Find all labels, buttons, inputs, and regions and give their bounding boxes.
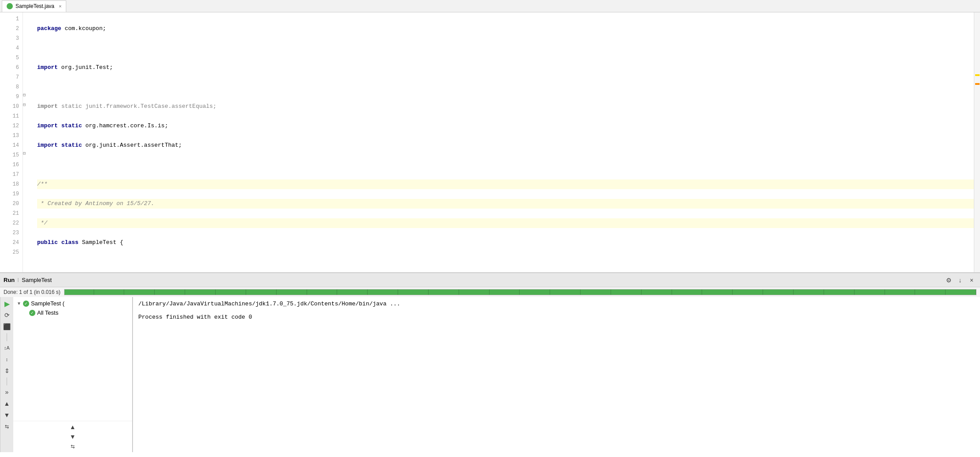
gutter-collapse-16[interactable]: ⊟: [23, 151, 26, 156]
progress-seg-27: [855, 289, 885, 295]
progress-seg-3: [125, 289, 155, 295]
progress-seg-9: [308, 289, 338, 295]
gutter-collapse-9[interactable]: ⊟: [23, 92, 26, 98]
ln-17: 17: [2, 170, 19, 179]
progress-row: Done: 1 of 1 (in 0.016 s): [0, 287, 980, 297]
output-line-2: [138, 307, 975, 314]
output-line-3: Process finished with exit code 0: [138, 314, 975, 320]
tree-navigate[interactable]: ⇆: [68, 442, 78, 451]
progress-seg-14: [460, 289, 490, 295]
tab-sampletest[interactable]: SampleTest.java ×: [2, 0, 66, 12]
navigate-button[interactable]: ⇆: [2, 422, 12, 431]
tree-item-sampletest[interactable]: ▼ ✓ SampleTest (: [13, 299, 132, 308]
progress-seg-1: [65, 289, 94, 295]
code-line-7: import static org.junit.Assert.assertTha…: [37, 141, 974, 150]
progress-seg-17: [551, 289, 581, 295]
left-panel-wrapper: ▶ ⟳ ⬛ ↕A ↕ ⇕ » ▲ ▼ ⇆ ▼ ✓ SampleT: [0, 297, 133, 452]
run-button[interactable]: ▶: [2, 299, 12, 308]
run-toolbar: Run ⁞ SampleTest ⚙ ↓ ×: [0, 273, 980, 287]
run-test-name: SampleTest: [22, 277, 52, 283]
tree-scroll-controls: ▲ ▼ ⇆: [13, 421, 132, 452]
progress-seg-15: [490, 289, 520, 295]
expand-button[interactable]: ⇕: [2, 366, 12, 376]
run-panel-title: Run: [4, 277, 15, 283]
right-gutter: [974, 12, 980, 272]
ln-16: 16: [2, 160, 19, 170]
progress-seg-2: [95, 289, 125, 295]
progress-seg-11: [368, 289, 398, 295]
ln-21: 21: [2, 209, 19, 218]
ln-15: 15: [2, 150, 19, 160]
tab-close-button[interactable]: ×: [59, 4, 61, 9]
tree-scroll-up[interactable]: ▲: [68, 422, 78, 432]
progress-seg-24: [764, 289, 794, 295]
ln-25: 25: [2, 248, 19, 257]
gutter-marker-orange: [975, 83, 980, 85]
sort-button[interactable]: ↓: [955, 275, 965, 285]
tree-scroll-down[interactable]: ▼: [68, 432, 78, 442]
ln-7: 7: [2, 72, 19, 82]
progress-seg-26: [825, 289, 855, 295]
code-line-3: import org.junit.Test;: [37, 63, 974, 72]
line-numbers: 1 2 3 4 5 6 7 8 9 10 11 12 13 14 15 16 1…: [0, 12, 23, 272]
progress-seg-28: [886, 289, 915, 295]
scroll-up-button[interactable]: ▲: [2, 399, 12, 408]
gutter: ⊟ ⊟ ⊟: [23, 12, 32, 272]
tree-arrow-sampletest: ▼: [17, 301, 21, 306]
scroll-down-button[interactable]: ▼: [2, 410, 12, 420]
progress-seg-8: [277, 289, 307, 295]
ln-19: 19: [2, 189, 19, 199]
ln-24: 24: [2, 238, 19, 248]
progress-seg-12: [399, 289, 429, 295]
progress-seg-18: [581, 289, 611, 295]
code-line-1: package com.kcoupon;: [37, 24, 974, 34]
code-editor[interactable]: package com.kcoupon; import org.junit.Te…: [32, 12, 974, 272]
ln-6: 6: [2, 63, 19, 72]
code-line-4: [37, 82, 974, 92]
tree-label-sampletest: SampleTest (: [31, 300, 65, 307]
ln-11: 11: [2, 111, 19, 121]
ln-12: 12: [2, 121, 19, 131]
ln-14: 14: [2, 141, 19, 150]
sort-alpha-button[interactable]: ↕A: [2, 343, 12, 353]
close-run-button[interactable]: ×: [967, 275, 976, 285]
test-tree-panel: ▼ ✓ SampleTest ( ✓ All Tests ▲ ▼ ⇆: [13, 297, 133, 452]
ln-4: 4: [2, 43, 19, 53]
progress-seg-23: [733, 289, 763, 295]
test-pass-icon-sampletest: ✓: [23, 301, 29, 307]
progress-seg-6: [217, 289, 246, 295]
code-line-6: import static org.hamcrest.core.Is.is;: [37, 121, 974, 131]
code-line-13: [37, 257, 974, 267]
progress-seg-13: [429, 289, 459, 295]
test-tree-content: ▼ ✓ SampleTest ( ✓ All Tests: [13, 297, 132, 421]
run-toolbar-right: ⚙ ↓ ×: [944, 275, 976, 285]
progress-seg-10: [338, 289, 368, 295]
gutter-marker-yellow: [975, 74, 980, 76]
java-file-icon: [7, 3, 13, 9]
stop-button[interactable]: ⬛: [2, 322, 12, 331]
tree-item-alltests[interactable]: ✓ All Tests: [13, 308, 132, 317]
ln-10: 10: [2, 102, 19, 111]
settings-button[interactable]: ⚙: [944, 275, 953, 285]
more-actions-button[interactable]: »: [2, 387, 12, 397]
progress-seg-21: [673, 289, 703, 295]
output-line-1: /Library/Java/JavaVirtualMachines/jdk1.7…: [138, 301, 975, 307]
ln-18: 18: [2, 179, 19, 189]
ln-3: 3: [2, 34, 19, 43]
gutter-collapse-11[interactable]: ⊟: [23, 102, 26, 107]
status-message: Done: 1 of 1 (in 0.016 s): [4, 289, 61, 295]
ln-5: 5: [2, 53, 19, 63]
progress-bar: [64, 289, 976, 295]
progress-seg-7: [247, 289, 277, 295]
ln-9: 9: [2, 92, 19, 102]
ln-2: 2: [2, 24, 19, 34]
rerun-button[interactable]: ⟳: [2, 310, 12, 320]
progress-seg-5: [186, 289, 216, 295]
code-line-12: public class SampleTest {: [37, 238, 974, 248]
sort-duration-button[interactable]: ↕: [2, 354, 12, 364]
ln-23: 23: [2, 228, 19, 238]
progress-bar-fill: [65, 289, 976, 295]
run-content: ▶ ⟳ ⬛ ↕A ↕ ⇕ » ▲ ▼ ⇆ ▼ ✓ SampleT: [0, 297, 980, 452]
editor-area: 1 2 3 4 5 6 7 8 9 10 11 12 13 14 15 16 1…: [0, 12, 980, 272]
code-line-5: import static junit.framework.TestCase.a…: [37, 102, 974, 111]
